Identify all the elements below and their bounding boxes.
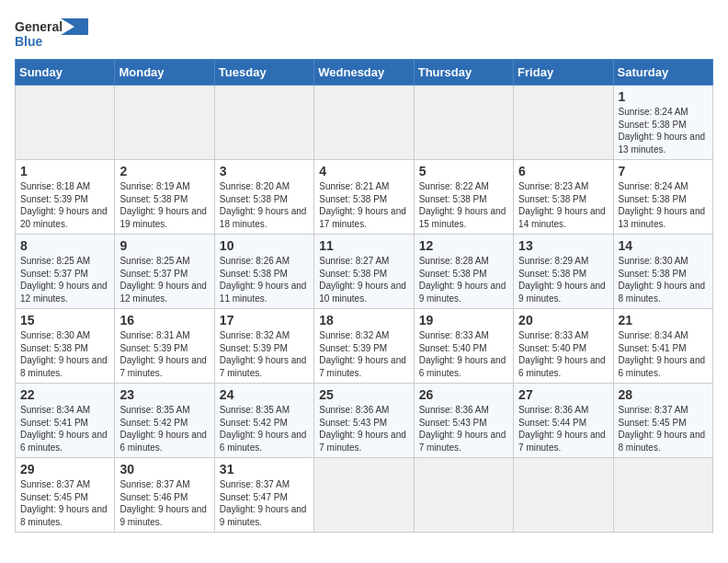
day-number: 12 xyxy=(419,238,508,253)
calendar-cell: 30 Sunrise: 8:37 AMSunset: 5:46 PMDaylig… xyxy=(115,458,214,533)
calendar-table: SundayMondayTuesdayWednesdayThursdayFrid… xyxy=(15,59,713,533)
calendar-cell: 16 Sunrise: 8:31 AMSunset: 5:39 PMDaylig… xyxy=(115,309,214,384)
day-number: 16 xyxy=(119,313,209,327)
day-number: 1 xyxy=(619,89,708,104)
calendar-cell xyxy=(613,458,712,533)
week-row-5: 22 Sunrise: 8:34 AMSunset: 5:41 PMDaylig… xyxy=(16,384,713,458)
day-number: 21 xyxy=(619,313,708,327)
cell-info: Sunrise: 8:28 AMSunset: 5:38 PMDaylight:… xyxy=(419,256,506,304)
calendar-cell: 6 Sunrise: 8:23 AMSunset: 5:38 PMDayligh… xyxy=(514,160,613,235)
day-number: 17 xyxy=(220,313,309,327)
calendar-cell: 19 Sunrise: 8:33 AMSunset: 5:40 PMDaylig… xyxy=(414,309,513,384)
day-number: 27 xyxy=(518,387,608,402)
calendar-cell: 5 Sunrise: 8:22 AMSunset: 5:38 PMDayligh… xyxy=(414,160,513,235)
day-number: 31 xyxy=(220,462,309,477)
calendar-cell: 11 Sunrise: 8:27 AMSunset: 5:38 PMDaylig… xyxy=(314,235,414,309)
header-row: SundayMondayTuesdayWednesdayThursdayFrid… xyxy=(16,60,713,86)
cell-info: Sunrise: 8:24 AMSunset: 5:38 PMDaylight:… xyxy=(619,181,706,229)
calendar-cell: 2 Sunrise: 8:19 AMSunset: 5:38 PMDayligh… xyxy=(115,160,214,235)
calendar-cell xyxy=(314,86,414,160)
day-number: 23 xyxy=(119,387,209,402)
day-number: 10 xyxy=(220,238,309,253)
cell-info: Sunrise: 8:34 AMSunset: 5:41 PMDaylight:… xyxy=(20,405,108,453)
day-number: 18 xyxy=(319,313,408,327)
cell-info: Sunrise: 8:29 AMSunset: 5:38 PMDaylight:… xyxy=(518,256,606,304)
calendar-cell: 31 Sunrise: 8:37 AMSunset: 5:47 PMDaylig… xyxy=(214,458,313,533)
logo: General Blue xyxy=(15,15,97,52)
cell-info: Sunrise: 8:25 AMSunset: 5:37 PMDaylight:… xyxy=(20,256,108,304)
week-row-6: 29 Sunrise: 8:37 AMSunset: 5:45 PMDaylig… xyxy=(16,458,713,533)
day-number: 4 xyxy=(319,164,408,178)
header-cell-thursday: Thursday xyxy=(414,60,513,86)
day-number: 26 xyxy=(419,387,508,402)
calendar-cell: 12 Sunrise: 8:28 AMSunset: 5:38 PMDaylig… xyxy=(414,235,513,309)
calendar-cell: 26 Sunrise: 8:36 AMSunset: 5:43 PMDaylig… xyxy=(414,384,513,458)
calendar-cell: 7 Sunrise: 8:24 AMSunset: 5:38 PMDayligh… xyxy=(613,160,712,235)
cell-info: Sunrise: 8:33 AMSunset: 5:40 PMDaylight:… xyxy=(419,330,506,378)
calendar-cell: 9 Sunrise: 8:25 AMSunset: 5:37 PMDayligh… xyxy=(115,235,214,309)
header-cell-sunday: Sunday xyxy=(16,60,115,86)
calendar-header: SundayMondayTuesdayWednesdayThursdayFrid… xyxy=(16,60,713,86)
calendar-cell: 18 Sunrise: 8:32 AMSunset: 5:39 PMDaylig… xyxy=(314,309,414,384)
day-number: 11 xyxy=(319,238,408,253)
cell-info: Sunrise: 8:35 AMSunset: 5:42 PMDaylight:… xyxy=(220,405,307,453)
calendar-cell: 1 Sunrise: 8:24 AMSunset: 5:38 PMDayligh… xyxy=(613,86,712,160)
cell-info: Sunrise: 8:34 AMSunset: 5:41 PMDaylight:… xyxy=(619,330,706,378)
header-cell-wednesday: Wednesday xyxy=(314,60,414,86)
header-cell-tuesday: Tuesday xyxy=(214,60,313,86)
calendar-cell: 28 Sunrise: 8:37 AMSunset: 5:45 PMDaylig… xyxy=(613,384,712,458)
cell-info: Sunrise: 8:32 AMSunset: 5:39 PMDaylight:… xyxy=(220,330,307,378)
cell-info: Sunrise: 8:25 AMSunset: 5:37 PMDaylight:… xyxy=(119,256,207,304)
calendar-cell: 24 Sunrise: 8:35 AMSunset: 5:42 PMDaylig… xyxy=(214,384,313,458)
calendar-cell: 10 Sunrise: 8:26 AMSunset: 5:38 PMDaylig… xyxy=(214,235,313,309)
calendar-cell: 14 Sunrise: 8:30 AMSunset: 5:38 PMDaylig… xyxy=(613,235,712,309)
cell-info: Sunrise: 8:19 AMSunset: 5:38 PMDaylight:… xyxy=(119,181,207,229)
day-number: 9 xyxy=(119,238,209,253)
svg-text:Blue: Blue xyxy=(15,34,43,49)
cell-info: Sunrise: 8:26 AMSunset: 5:38 PMDaylight:… xyxy=(220,256,307,304)
calendar-cell xyxy=(514,458,613,533)
cell-info: Sunrise: 8:23 AMSunset: 5:38 PMDaylight:… xyxy=(518,181,606,229)
cell-info: Sunrise: 8:37 AMSunset: 5:45 PMDaylight:… xyxy=(619,405,706,453)
day-number: 8 xyxy=(20,238,109,253)
week-row-2: 1 Sunrise: 8:18 AMSunset: 5:39 PMDayligh… xyxy=(16,160,713,235)
cell-info: Sunrise: 8:30 AMSunset: 5:38 PMDaylight:… xyxy=(20,330,108,378)
day-number: 30 xyxy=(119,462,209,477)
page-header: General Blue xyxy=(15,15,713,52)
calendar-cell xyxy=(314,458,414,533)
calendar-cell xyxy=(414,458,513,533)
calendar-cell xyxy=(514,86,613,160)
calendar-cell: 20 Sunrise: 8:33 AMSunset: 5:40 PMDaylig… xyxy=(514,309,613,384)
cell-info: Sunrise: 8:36 AMSunset: 5:44 PMDaylight:… xyxy=(518,405,606,453)
cell-info: Sunrise: 8:37 AMSunset: 5:47 PMDaylight:… xyxy=(220,479,307,527)
calendar-cell: 3 Sunrise: 8:20 AMSunset: 5:38 PMDayligh… xyxy=(214,160,313,235)
cell-info: Sunrise: 8:32 AMSunset: 5:39 PMDaylight:… xyxy=(319,330,406,378)
cell-info: Sunrise: 8:21 AMSunset: 5:38 PMDaylight:… xyxy=(319,181,406,229)
calendar-cell: 23 Sunrise: 8:35 AMSunset: 5:42 PMDaylig… xyxy=(115,384,214,458)
calendar-cell: 29 Sunrise: 8:37 AMSunset: 5:45 PMDaylig… xyxy=(16,458,115,533)
day-number: 29 xyxy=(20,462,109,477)
cell-info: Sunrise: 8:36 AMSunset: 5:43 PMDaylight:… xyxy=(419,405,506,453)
day-number: 15 xyxy=(20,313,109,327)
day-number: 28 xyxy=(619,387,708,402)
day-number: 13 xyxy=(518,238,608,253)
day-number: 5 xyxy=(419,164,508,178)
calendar-body: 1 Sunrise: 8:24 AMSunset: 5:38 PMDayligh… xyxy=(16,86,713,533)
header-cell-monday: Monday xyxy=(115,60,214,86)
day-number: 24 xyxy=(220,387,309,402)
week-row-3: 8 Sunrise: 8:25 AMSunset: 5:37 PMDayligh… xyxy=(16,235,713,309)
logo-svg: General Blue xyxy=(15,15,97,52)
day-number: 19 xyxy=(419,313,508,327)
cell-info: Sunrise: 8:31 AMSunset: 5:39 PMDaylight:… xyxy=(119,330,207,378)
day-number: 22 xyxy=(20,387,109,402)
week-row-1: 1 Sunrise: 8:24 AMSunset: 5:38 PMDayligh… xyxy=(16,86,713,160)
cell-info: Sunrise: 8:24 AMSunset: 5:38 PMDaylight:… xyxy=(619,107,706,155)
day-number: 6 xyxy=(518,164,608,178)
calendar-cell: 27 Sunrise: 8:36 AMSunset: 5:44 PMDaylig… xyxy=(514,384,613,458)
cell-info: Sunrise: 8:22 AMSunset: 5:38 PMDaylight:… xyxy=(419,181,506,229)
day-number: 2 xyxy=(119,164,209,178)
header-cell-saturday: Saturday xyxy=(613,60,712,86)
cell-info: Sunrise: 8:37 AMSunset: 5:45 PMDaylight:… xyxy=(20,479,108,527)
cell-info: Sunrise: 8:36 AMSunset: 5:43 PMDaylight:… xyxy=(319,405,406,453)
calendar-cell: 25 Sunrise: 8:36 AMSunset: 5:43 PMDaylig… xyxy=(314,384,414,458)
